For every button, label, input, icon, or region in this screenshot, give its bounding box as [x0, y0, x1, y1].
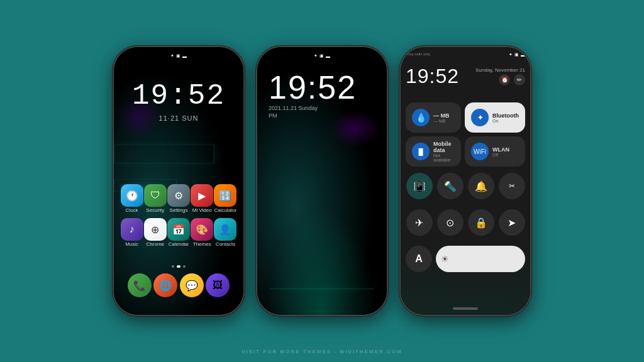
tile-data-icon: 💧	[412, 109, 430, 126]
security-icon: 🛡	[144, 184, 167, 207]
qa-lock-rotate[interactable]: 🔒	[468, 209, 494, 236]
brightness-row: A ☀	[406, 246, 525, 272]
wifi-icon-2: ▣	[319, 53, 324, 58]
time-display-2: 19:52	[269, 71, 357, 104]
dock-browser[interactable]: 🌐	[153, 273, 177, 297]
ctrl-date-icons: ⏰ ✏	[499, 74, 525, 85]
app-contacts[interactable]: 👤 Contacts	[214, 218, 237, 247]
tile-mobile-sub: Not available	[433, 153, 455, 162]
battery-icon-2: ▬	[326, 54, 330, 58]
app-calculator[interactable]: 🔢 Calculator	[214, 184, 237, 213]
phone-3-screen: ency calls only ✦ ▣ ▬ 19:52 Sunday, Nove…	[401, 47, 530, 315]
phone-2-screen: ✦ ▣ ▬ 19:52 2021.11.21 Sunday PM	[257, 47, 387, 315]
quick-actions-row1: 📳 🔦 🔔 ✂	[406, 173, 525, 199]
dock-phone[interactable]: 📞	[128, 273, 152, 297]
security-label: Security	[146, 208, 164, 213]
bt-icon: ✦	[170, 53, 174, 58]
tile-wlan-info: WLAN Off	[492, 146, 519, 157]
themes-label: Themes	[193, 242, 211, 247]
dock: 📞 🌐 💬 🖼	[114, 273, 243, 297]
app-themes[interactable]: 🎨 Themes	[191, 218, 214, 247]
dot-2	[177, 265, 180, 268]
status-bar-2: ✦ ▣ ▬	[257, 53, 387, 58]
date-display-2: 2021.11.21 Sunday	[269, 105, 357, 111]
calculator-icon: 🔢	[214, 184, 236, 207]
qa-vibrate[interactable]: 📳	[406, 173, 433, 199]
tile-wlan[interactable]: WiFi WLAN Off	[465, 136, 525, 167]
qa-flashlight[interactable]: 🔦	[437, 173, 464, 199]
phone2-time: 19:52 2021.11.21 Sunday PM	[269, 71, 357, 119]
app-row-1: 🕐 Clock 🛡 Security ⚙ Settings ▶ Mi Video	[120, 184, 237, 213]
tile-wlan-name: WLAN	[492, 146, 519, 153]
time-display-1: 19:52	[114, 82, 243, 111]
wifi-icon: ▣	[176, 53, 180, 58]
app-mivideo[interactable]: ▶ Mi Video	[191, 184, 214, 213]
tile-wlan-sub: Off	[492, 153, 519, 157]
music-label: Music	[125, 242, 138, 247]
clock-label: Clock	[126, 208, 138, 213]
mivideo-icon: ▶	[191, 184, 213, 207]
ctrl-date: Sunday, November 21	[475, 67, 525, 73]
qa-bell[interactable]: 🔔	[468, 173, 494, 199]
brightness-icon: ☀	[441, 254, 449, 264]
tile-mobile-info: Mobile data Not available	[433, 141, 455, 162]
tile-wlan-icon: WiFi	[471, 143, 489, 160]
page-dots	[114, 265, 243, 268]
qa-invert[interactable]: ⊙	[437, 209, 464, 236]
date-display-1: 11·21 SUN	[114, 114, 243, 122]
phone-1: ✦ ▣ ▬ 19:52 11·21 SUN 🕐 Clock �	[113, 46, 245, 316]
tile-data-name: — MB	[433, 112, 455, 119]
chrome-label: Chrome	[147, 242, 164, 247]
phone-1-screen: ✦ ▣ ▬ 19:52 11·21 SUN 🕐 Clock �	[114, 47, 243, 315]
mivideo-label: Mi Video	[192, 208, 212, 213]
status-icons-2: ✦ ▣ ▬	[314, 53, 330, 58]
qa-location[interactable]: ➤	[499, 209, 525, 236]
app-settings[interactable]: ⚙ Settings	[167, 184, 190, 213]
themes-icon: 🎨	[191, 218, 213, 241]
phone-2: ✦ ▣ ▬ 19:52 2021.11.21 Sunday PM	[256, 46, 388, 316]
app-music[interactable]: ♪ Music	[120, 218, 143, 247]
dot-3	[183, 265, 186, 268]
status-icons-1: ✦ ▣ ▬	[170, 53, 187, 58]
app-security[interactable]: 🛡 Security	[143, 184, 167, 213]
tile-mobile-data[interactable]: ▐▌ Mobile data Not available	[406, 136, 461, 167]
tile-mobile-name: Mobile data	[433, 141, 455, 153]
auto-brightness-btn[interactable]: A	[406, 246, 432, 272]
app-grid: 🕐 Clock 🛡 Security ⚙ Settings ▶ Mi Video	[114, 184, 243, 252]
clock-icon: 🕐	[121, 184, 143, 207]
ctrl-edit-btn[interactable]: ✏	[514, 74, 525, 85]
bt-icon-2: ✦	[314, 53, 318, 58]
qa-airplane[interactable]: ✈	[406, 209, 433, 236]
tile-data-sub: — MB	[433, 119, 455, 123]
tile-data[interactable]: 💧 — MB — MB	[406, 102, 461, 133]
app-clock[interactable]: 🕐 Clock	[120, 184, 143, 213]
tile-bt-name: Bluetooth	[492, 112, 519, 119]
settings-icon: ⚙	[167, 184, 190, 207]
battery-icon: ▬	[182, 54, 187, 58]
lock-time-1: 19:52 11·21 SUN	[114, 82, 243, 122]
tile-mobile-icon: ▐▌	[412, 143, 430, 160]
period-display: PM	[269, 112, 357, 119]
dock-gallery[interactable]: 🖼	[206, 273, 230, 297]
status-bar-1: ✦ ▣ ▬	[114, 53, 243, 58]
calendar-label: Calendar	[169, 242, 189, 247]
tile-bt-sub: On	[492, 119, 519, 123]
tile-bluetooth[interactable]: ✦ Bluetooth On	[465, 102, 525, 133]
chrome-icon: ⊕	[144, 218, 167, 241]
brightness-slider[interactable]: ☀	[436, 246, 525, 272]
app-chrome[interactable]: ⊕ Chrome	[143, 218, 167, 247]
home-indicator[interactable]	[453, 307, 478, 310]
dock-messages[interactable]: 💬	[180, 273, 204, 297]
qa-screenshot[interactable]: ✂	[499, 173, 525, 199]
contacts-label: Contacts	[216, 242, 236, 247]
tile-bt-icon: ✦	[471, 109, 489, 126]
app-calendar[interactable]: 📅 Calendar	[167, 218, 190, 247]
ctrl-time: 19:52	[406, 65, 459, 88]
dot-1	[172, 265, 174, 268]
ctrl-alarm-btn[interactable]: ⏰	[499, 74, 510, 85]
ctrl-wifi-icon: ▣	[514, 52, 519, 57]
ctrl-status-bar: ✦ ▣ ▬	[406, 52, 525, 57]
tile-data-info: — MB — MB	[433, 112, 455, 123]
quick-actions-row2: ✈ ⊙ 🔒 ➤	[406, 209, 525, 236]
ctrl-battery-icon: ▬	[521, 53, 525, 57]
